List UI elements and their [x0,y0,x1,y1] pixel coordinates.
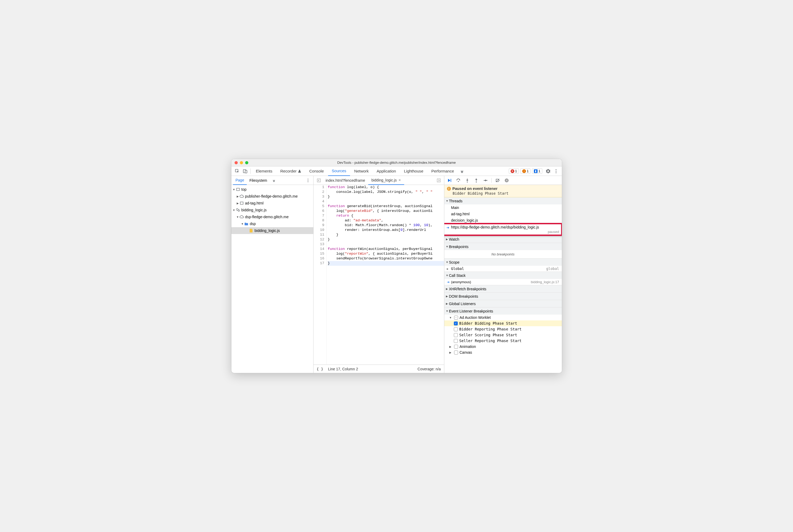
chevron-right-icon: ▶ [236,202,239,205]
tree-dsp-folder[interactable]: ▼ dsp [231,220,313,227]
code-editor[interactable]: 1234567891011121314151617 function log(l… [314,185,444,364]
tree-ad-tag-label: ad-tag.html [245,201,264,205]
tab-console[interactable]: Console [306,166,327,176]
step-button[interactable] [482,177,489,184]
tree-bidding-file[interactable]: bidding_logic.js [231,227,313,234]
tree-publisher-domain[interactable]: ▶ publisher-fledge-demo.glitch.me [231,193,313,200]
tab-lighthouse[interactable]: Lighthouse [400,166,427,176]
thread-ad-tag[interactable]: ad-tag.html [444,211,562,217]
page-tab[interactable]: Page [233,176,247,185]
inspect-element-icon[interactable] [233,168,241,175]
console-badges: ✕1 !1 ▮1 [509,168,542,174]
kebab-menu-icon[interactable] [552,168,560,175]
debug-toolbar [444,176,562,185]
nav-forward-icon[interactable] [435,177,442,184]
elb-category-label: Animation [460,344,476,349]
checkbox-unchecked[interactable] [454,350,458,355]
format-code-button[interactable]: { } [317,367,323,371]
tab-sources[interactable]: Sources [328,166,350,176]
tree-dsp-domain[interactable]: ▼ dsp-fledge-demo.glitch.me [231,213,313,220]
scope-global[interactable]: ▶Global global [444,266,562,271]
elb-category-animation[interactable]: ▶ Animation [444,344,562,349]
line-gutter: 1234567891011121314151617 [314,185,327,364]
pause-on-exceptions-button[interactable] [503,177,510,184]
issues-badge[interactable]: ▮1 [532,168,542,174]
checkbox-mixed[interactable]: − [454,316,458,320]
watch-header[interactable]: ▶Watch [444,235,562,243]
warnings-badge[interactable]: !1 [521,168,530,174]
chevron-down-icon: ▼ [446,245,449,248]
chevron-right-icon: ▶ [446,295,449,298]
chevron-down-icon: ▼ [236,215,239,218]
dom-breakpoints-header[interactable]: ▶DOM Breakpoints [444,293,562,300]
svg-point-7 [307,180,308,181]
section-title: Call Stack [449,273,466,278]
tree-bidding-worklet[interactable]: ▼ bidding_logic.js [231,207,313,213]
editor-panel: index.html?fencedframe bidding_logic.js … [314,176,444,373]
global-listeners-header[interactable]: ▶Global Listeners [444,300,562,307]
tab-network[interactable]: Network [351,166,373,176]
breakpoints-header[interactable]: ▼Breakpoints [444,243,562,250]
tab-performance[interactable]: Performance [428,166,458,176]
frame-location: bidding_logic.js:17 [531,280,559,284]
resume-button[interactable] [446,177,453,184]
thread-active[interactable]: ➔ https://dsp-fledge-demo.glitch.me/dsp/… [444,224,562,235]
step-over-button[interactable] [455,177,462,184]
elb-seller-scoring-start[interactable]: Seller Scoring Phase Start [444,332,562,338]
elb-header[interactable]: ▼Event Listener Breakpoints [444,307,562,315]
elb-seller-reporting-start[interactable]: Seller Reporting Phase Start [444,338,562,344]
callstack-frame[interactable]: ➔(anonymous) bidding_logic.js:17 [444,279,562,285]
navigator-tabs: Page Filesystem [231,176,313,185]
chevron-down-icon: ▼ [241,223,244,225]
xhr-breakpoints-header[interactable]: ▶XHR/fetch Breakpoints [444,285,562,292]
editor-statusbar: { } Line 17, Column 2 Coverage: n/a [314,364,444,373]
elb-category-ad-auction[interactable]: ▼ − Ad Auction Worklet [444,315,562,320]
close-tab-icon[interactable]: ✕ [398,178,401,182]
svg-rect-9 [237,188,239,191]
callstack-header[interactable]: ▼Call Stack [444,272,562,279]
navigator-kebab-icon[interactable] [304,177,312,184]
warning-icon: ! [522,169,526,173]
more-navigator-tabs-icon[interactable] [270,177,278,184]
tree-bidding-worklet-label: bidding_logic.js [242,208,267,212]
tree-ad-tag[interactable]: ▶ ad-tag.html [231,200,313,207]
checkbox-unchecked[interactable] [454,345,458,349]
elb-bidder-reporting-start[interactable]: Bidder Reporting Phase Start [444,326,562,332]
warnings-count: 1 [527,169,529,173]
svg-point-17 [467,182,468,183]
tab-application[interactable]: Application [373,166,400,176]
error-icon: ✕ [511,169,514,173]
step-out-button[interactable] [473,177,480,184]
file-tree: ▼ top ▶ publisher-fledge-demo.glitch.me … [231,185,313,373]
tab-recorder[interactable]: Recorder [277,166,305,176]
filesystem-tab[interactable]: Filesystem [247,176,270,185]
deactivate-breakpoints-button[interactable] [494,177,501,184]
breakpoints-section: ▼Breakpoints No breakpoints [444,243,562,259]
checkbox-checked[interactable]: ✓ [454,321,458,325]
thread-decision[interactable]: decision_logic.js [444,217,562,224]
checkbox-unchecked[interactable] [454,333,458,337]
checkbox-unchecked[interactable] [454,339,458,343]
scope-header[interactable]: ▼Scope [444,259,562,266]
elb-category-label: Ad Auction Worklet [460,316,491,320]
svg-point-6 [307,178,308,179]
more-tabs-icon[interactable] [458,168,466,175]
thread-main[interactable]: Main [444,205,562,211]
threads-header[interactable]: ▼Threads [444,197,562,205]
nav-back-icon[interactable] [315,177,323,184]
paused-banner: i Paused on event listener Bidder Biddin… [444,185,562,197]
scope-section: ▼Scope ▶Global global [444,259,562,272]
checkbox-unchecked[interactable] [454,327,458,331]
chevron-down-icon: ▼ [446,274,449,277]
editor-tab-index[interactable]: index.html?fencedframe [323,176,368,185]
elb-category-canvas[interactable]: ▶ Canvas [444,349,562,355]
elb-bidder-bidding-start[interactable]: ✓ Bidder Bidding Phase Start [444,320,562,326]
settings-icon[interactable] [544,168,552,175]
editor-tab-bidding[interactable]: bidding_logic.js ✕ [368,176,404,185]
errors-badge[interactable]: ✕1 [509,168,519,174]
step-into-button[interactable] [464,177,471,184]
svg-point-20 [505,178,509,182]
tab-elements[interactable]: Elements [252,166,276,176]
device-toolbar-icon[interactable] [242,168,249,175]
tree-top[interactable]: ▼ top [231,186,313,193]
